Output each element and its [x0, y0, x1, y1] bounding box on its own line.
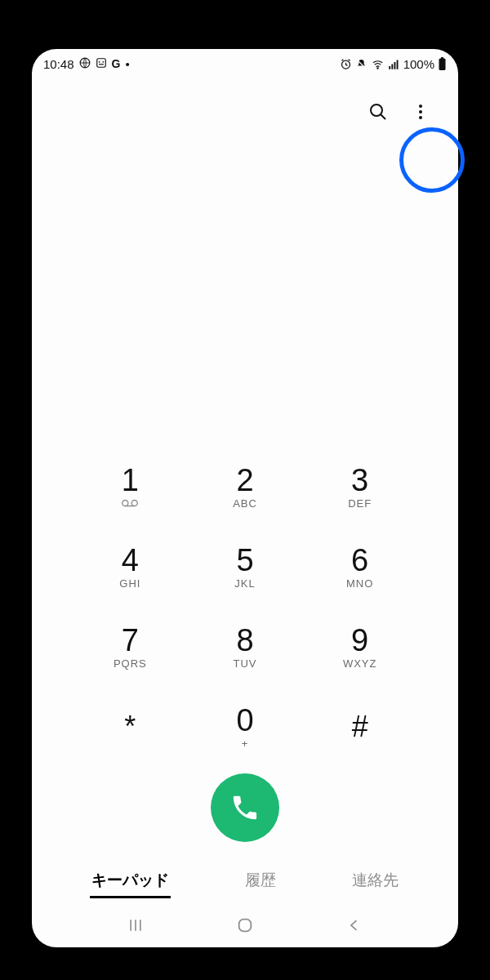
key-2[interactable]: 2ABC [188, 447, 303, 527]
home-button[interactable] [233, 913, 257, 938]
svg-rect-10 [396, 60, 398, 69]
dial-keypad: 1 2ABC 3DEF 4GHI 5JKL 6MNO 7PQRS 8TUV 9W… [32, 447, 458, 767]
recent-apps-button[interactable] [123, 913, 148, 938]
g-icon: G [112, 57, 121, 70]
svg-point-15 [419, 110, 422, 114]
key-6[interactable]: 6MNO [302, 527, 417, 607]
status-bar: 10:48 G • 100% [32, 49, 458, 74]
search-icon[interactable] [368, 102, 388, 125]
svg-point-17 [122, 500, 128, 506]
signal-icon [388, 58, 400, 70]
top-action-bar [32, 74, 458, 132]
svg-rect-9 [394, 62, 395, 69]
tab-history[interactable]: 履歴 [243, 866, 278, 898]
svg-rect-11 [439, 59, 446, 70]
battery-icon [438, 57, 447, 70]
svg-rect-19 [239, 920, 252, 932]
svg-point-16 [419, 116, 422, 119]
tab-keypad[interactable]: キーパッド [90, 866, 171, 898]
key-hash[interactable]: # [302, 687, 417, 767]
svg-rect-8 [391, 64, 393, 69]
key-5[interactable]: 5JKL [188, 527, 303, 607]
svg-point-3 [102, 60, 104, 62]
status-left: 10:48 G • [43, 57, 130, 71]
svg-point-13 [371, 105, 382, 116]
overflow-menu-icon[interactable] [411, 102, 430, 125]
key-8[interactable]: 8TUV [188, 607, 303, 687]
back-button[interactable] [342, 913, 367, 938]
status-time: 10:48 [43, 57, 74, 71]
globe-icon [79, 57, 91, 71]
key-1[interactable]: 1 [73, 447, 188, 527]
battery-percent: 100% [403, 57, 434, 71]
svg-point-14 [419, 105, 422, 108]
key-star[interactable]: * [73, 687, 188, 767]
voicemail-icon [122, 496, 138, 510]
call-row [32, 767, 458, 858]
mute-icon [355, 58, 368, 70]
svg-point-2 [98, 60, 100, 62]
svg-rect-1 [96, 58, 105, 67]
svg-rect-7 [389, 66, 390, 69]
grid-icon [96, 57, 107, 71]
android-nav-bar [32, 908, 458, 947]
key-3[interactable]: 3DEF [302, 447, 417, 527]
status-right: 100% [340, 57, 447, 71]
phone-screen: 10:48 G • 100% 1 2ABC 3DEF 4GHI 5JKL 6MN… [32, 49, 458, 947]
svg-point-18 [131, 500, 137, 506]
svg-rect-4 [99, 64, 104, 65]
svg-rect-12 [441, 57, 443, 59]
key-7[interactable]: 7PQRS [73, 607, 188, 687]
number-display [32, 132, 458, 447]
alarm-icon [340, 58, 352, 70]
key-4[interactable]: 4GHI [73, 527, 188, 607]
key-9[interactable]: 9WXYZ [302, 607, 417, 687]
key-0[interactable]: 0+ [188, 687, 303, 767]
call-button[interactable] [211, 773, 279, 842]
tab-contacts[interactable]: 連絡先 [350, 866, 400, 898]
bottom-tabs: キーパッド 履歴 連絡先 [32, 858, 458, 908]
phone-icon [229, 792, 261, 823]
svg-point-6 [377, 67, 378, 68]
dot-icon: • [125, 57, 129, 71]
wifi-icon [371, 58, 385, 70]
